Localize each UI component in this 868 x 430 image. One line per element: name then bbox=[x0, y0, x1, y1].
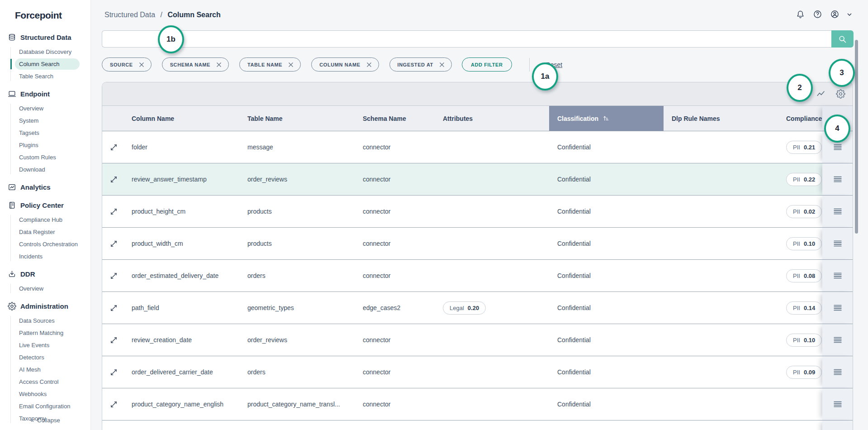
sidebar-item-table-search[interactable]: Table Search bbox=[10, 71, 80, 82]
sidebar-group-structured-data[interactable]: Structured Data bbox=[0, 31, 90, 43]
table-row[interactable]: review_creation_date order_reviews conne… bbox=[102, 324, 853, 356]
sidebar-item-database-discovery[interactable]: Database Discovery bbox=[10, 46, 80, 57]
row-menu-icon[interactable] bbox=[833, 239, 843, 248]
compliance-badge: PII0.02 bbox=[786, 205, 822, 218]
header-classification-sorted[interactable]: Classification bbox=[549, 106, 664, 131]
help-icon[interactable] bbox=[813, 10, 822, 19]
sidebar-group-endpoint[interactable]: Endpoint bbox=[0, 88, 90, 100]
table-row[interactable]: order_delivered_carrier_date orders conn… bbox=[102, 356, 853, 388]
table-row[interactable]: path_field geometric_types edge_cases2 L… bbox=[102, 292, 853, 324]
sidebar-item-compliance-hub[interactable]: Compliance Hub bbox=[10, 214, 80, 225]
expand-row-icon[interactable] bbox=[110, 240, 118, 248]
compliance-badge: PII0.08 bbox=[786, 269, 822, 282]
search-icon bbox=[838, 34, 847, 44]
cell-classification: Confidential bbox=[549, 196, 664, 227]
expand-row-icon[interactable] bbox=[110, 272, 118, 280]
cell-classification: Confidential bbox=[549, 228, 664, 259]
close-icon[interactable] bbox=[366, 62, 372, 67]
filter-chips: SOURCE SCHEMA NAME TABLE NAME COLUMN NAM… bbox=[102, 57, 452, 72]
sidebar-group-administration[interactable]: Administration bbox=[0, 300, 90, 312]
sidebar-item-webhooks[interactable]: Webhooks bbox=[10, 388, 80, 400]
cell-schema-name: connector bbox=[355, 196, 435, 227]
sidebar-item-custom-rules[interactable]: Custom Rules bbox=[10, 152, 80, 163]
expand-row-icon[interactable] bbox=[110, 304, 118, 312]
header-dlp-rule-names[interactable]: Dlp Rule Names bbox=[664, 106, 778, 131]
account-icon[interactable] bbox=[830, 10, 840, 19]
row-menu-icon[interactable] bbox=[833, 142, 843, 152]
sidebar-group-ddr[interactable]: DDR bbox=[0, 268, 90, 280]
cell-compliance bbox=[778, 388, 822, 420]
table-row[interactable]: product_height_cm products connector Con… bbox=[102, 196, 853, 228]
expand-row-icon[interactable] bbox=[110, 368, 118, 376]
header-compliance[interactable]: Compliance bbox=[778, 106, 822, 131]
header-table-name[interactable]: Table Name bbox=[239, 106, 355, 131]
table-row[interactable]: date connector Confidential PII0.2 bbox=[102, 420, 853, 430]
notifications-bell-icon[interactable] bbox=[796, 10, 805, 19]
row-menu-icon[interactable] bbox=[833, 303, 843, 313]
cell-classification: Confidential bbox=[549, 163, 664, 195]
annotation-circle-1b: 1b bbox=[158, 25, 184, 53]
table-row[interactable]: order_estimated_delivery_date orders con… bbox=[102, 260, 853, 292]
sidebar-item-data-sources[interactable]: Data Sources bbox=[10, 315, 80, 326]
close-icon[interactable] bbox=[216, 62, 222, 67]
sidebar-item-email-configuration[interactable]: Email Configuration bbox=[10, 401, 80, 412]
row-menu-icon[interactable] bbox=[833, 399, 843, 409]
sidebar-item-tagsets[interactable]: Tagsets bbox=[10, 127, 80, 139]
expand-row-icon[interactable] bbox=[110, 401, 118, 408]
search-input[interactable] bbox=[102, 30, 831, 48]
filter-chip-source[interactable]: SOURCE bbox=[102, 57, 152, 72]
filter-chip-ingested-at[interactable]: INGESTED AT bbox=[389, 57, 452, 72]
sidebar-item-data-register[interactable]: Data Register bbox=[10, 226, 80, 238]
add-filter-button[interactable]: ADD FILTER bbox=[462, 57, 512, 72]
sidebar-item-plugins[interactable]: Plugins bbox=[10, 139, 80, 151]
sidebar-item-overview[interactable]: Overview bbox=[10, 103, 80, 114]
sidebar-item-incidents[interactable]: Incidents bbox=[10, 251, 80, 262]
sidebar-item-overview[interactable]: Overview bbox=[10, 283, 80, 294]
sidebar-item-download[interactable]: Download bbox=[10, 164, 80, 175]
sidebar-item-controls-orchestration[interactable]: Controls Orchestration bbox=[10, 239, 80, 250]
row-menu-icon[interactable] bbox=[833, 271, 843, 281]
header-attributes[interactable]: Attributes bbox=[435, 106, 549, 131]
row-menu-icon[interactable] bbox=[833, 367, 843, 377]
row-menu-icon[interactable] bbox=[833, 174, 843, 184]
sidebar-item-access-control[interactable]: Access Control bbox=[10, 376, 80, 387]
filter-chip-column-name[interactable]: COLUMN NAME bbox=[311, 57, 379, 72]
sidebar-item-detectors[interactable]: Detectors bbox=[10, 352, 80, 363]
breadcrumb-parent[interactable]: Structured Data bbox=[104, 11, 155, 19]
table-row[interactable]: folder message connector Confidential PI… bbox=[102, 131, 853, 163]
cell-dlp-rule-names bbox=[664, 356, 778, 388]
analytics-icon bbox=[8, 183, 16, 191]
cell-attributes bbox=[435, 196, 549, 227]
sidebar-item-ai-mesh[interactable]: AI Mesh bbox=[10, 364, 80, 375]
sidebar-item-live-events[interactable]: Live Events bbox=[10, 339, 80, 351]
table-settings-gear-icon[interactable] bbox=[836, 89, 845, 99]
sidebar-item-system[interactable]: System bbox=[10, 115, 80, 126]
vertical-scrollbar-thumb[interactable] bbox=[855, 40, 858, 234]
sidebar-item-column-search[interactable]: Column Search bbox=[15, 58, 80, 70]
expand-row-icon[interactable] bbox=[110, 336, 118, 344]
expand-row-icon[interactable] bbox=[110, 143, 118, 151]
filter-chip-table-name[interactable]: TABLE NAME bbox=[239, 57, 301, 72]
breadcrumb: Structured Data / Column Search bbox=[104, 11, 221, 19]
filter-chip-schema-name[interactable]: SCHEMA NAME bbox=[162, 57, 229, 72]
sidebar-group-analytics[interactable]: Analytics bbox=[0, 181, 90, 193]
cell-column-name: path_field bbox=[123, 292, 239, 324]
sidebar-item-pattern-matching[interactable]: Pattern Matching bbox=[10, 327, 80, 339]
row-menu-icon[interactable] bbox=[833, 335, 843, 345]
expand-row-icon[interactable] bbox=[110, 208, 118, 215]
close-icon[interactable] bbox=[139, 62, 144, 67]
collapse-button[interactable]: «Collapse bbox=[0, 416, 90, 424]
table-row[interactable]: product_category_name_english product_ca… bbox=[102, 388, 853, 420]
sidebar-group-policy-center[interactable]: Policy Center bbox=[0, 199, 90, 211]
trend-chart-icon[interactable] bbox=[816, 89, 826, 99]
table-row[interactable]: review_answer_timestamp order_reviews co… bbox=[102, 163, 853, 196]
header-schema-name[interactable]: Schema Name bbox=[355, 106, 435, 131]
search-button[interactable] bbox=[831, 30, 854, 48]
table-row[interactable]: product_width_cm products connector Conf… bbox=[102, 228, 853, 260]
row-menu-icon[interactable] bbox=[833, 206, 843, 216]
close-icon[interactable] bbox=[288, 62, 294, 67]
expand-row-icon[interactable] bbox=[110, 176, 118, 183]
chevron-down-icon[interactable] bbox=[847, 13, 852, 16]
close-icon[interactable] bbox=[439, 62, 445, 67]
header-column-name[interactable]: Column Name bbox=[123, 106, 239, 131]
